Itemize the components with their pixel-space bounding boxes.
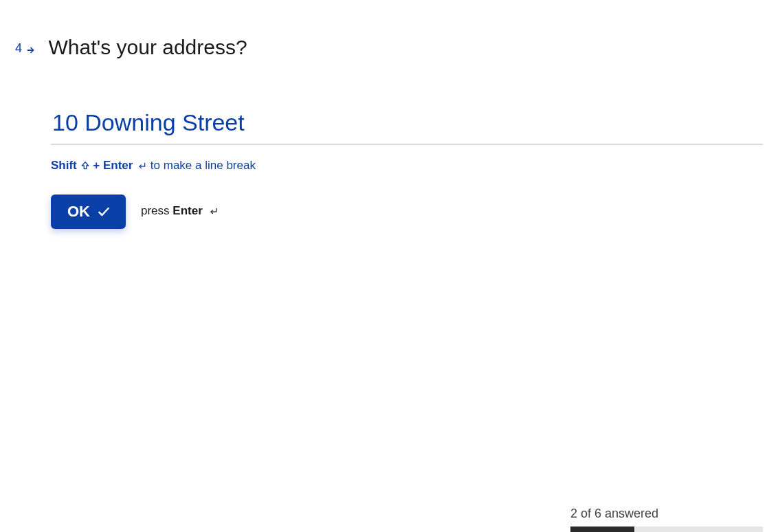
check-icon [97, 205, 111, 219]
ok-button-label: OK [67, 203, 90, 221]
shift-icon [80, 160, 90, 174]
progress-label: 2 of 6 answered [570, 507, 763, 521]
ok-button[interactable]: OK [51, 195, 126, 229]
question-number-value: 4 [15, 41, 22, 56]
question-title: What's your address? [48, 36, 247, 59]
press-enter-word: Enter [173, 204, 202, 217]
hint-shift: Shift [51, 159, 77, 172]
address-input[interactable] [51, 107, 763, 145]
linebreak-hint: Shift + Enter to make a line break [51, 159, 763, 174]
question-block: 4 What's your address? Shift + Enter [15, 36, 763, 229]
enter-icon [208, 206, 219, 219]
action-row: OK press Enter [51, 195, 763, 229]
progress-bar [570, 527, 763, 532]
hint-plus: + [93, 159, 103, 172]
progress: 2 of 6 answered [570, 507, 763, 532]
arrow-right-icon [26, 44, 36, 54]
hint-rest: to make a line break [151, 159, 256, 172]
hint-enter: Enter [103, 159, 133, 172]
progress-fill [570, 527, 634, 532]
answer-area: Shift + Enter to make a line break OK [51, 107, 763, 229]
press-text: press [141, 204, 173, 217]
press-enter-hint: press Enter [141, 204, 219, 219]
question-number: 4 [15, 41, 36, 56]
enter-icon [136, 160, 147, 174]
